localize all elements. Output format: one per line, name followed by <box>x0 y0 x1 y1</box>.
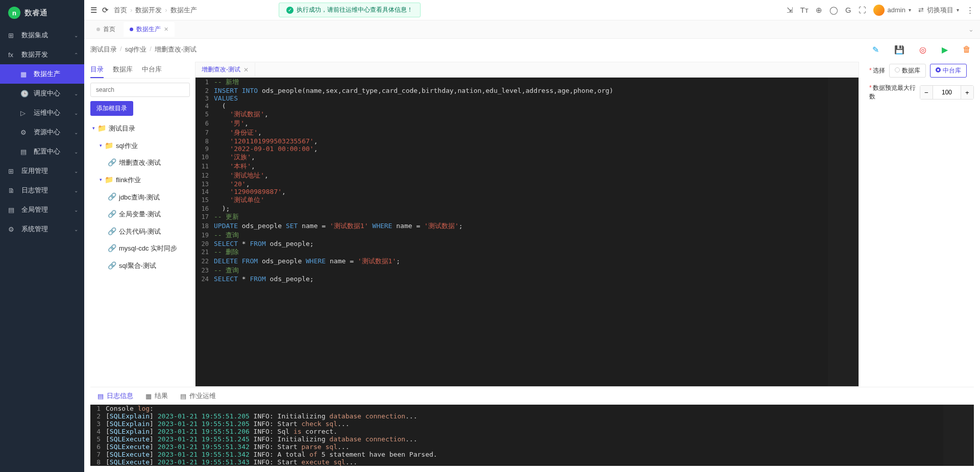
tree-folder[interactable]: ▾📁测试目录 <box>90 120 190 137</box>
project-switcher[interactable]: ⇄ 切换项目 ▾ <box>918 6 959 15</box>
save-icon[interactable]: 💾 <box>894 45 904 55</box>
page-tab-active[interactable]: 数据生产 ✕ <box>124 22 175 37</box>
sidebar-subitem[interactable]: ▷运维中心⌄ <box>0 103 84 122</box>
tree-file[interactable]: 🔗mysql-cdc 实时同步 <box>90 240 190 257</box>
search-input[interactable] <box>90 83 190 97</box>
radio-database[interactable]: 数据库 <box>889 64 926 78</box>
logo-icon: n <box>8 7 20 19</box>
radio-middle[interactable]: 中台库 <box>930 64 967 78</box>
sidebar-subitem[interactable]: 🕒调度中心⌄ <box>0 84 84 103</box>
code-line[interactable]: '测试数据', <box>214 110 859 119</box>
sidebar-item[interactable]: ⚙系统管理⌄ <box>0 219 84 239</box>
tree-folder[interactable]: ▾📁sql作业 <box>90 137 190 155</box>
code-line[interactable]: -- 更新 <box>214 212 859 221</box>
language-icon[interactable]: ⊕ <box>816 6 822 15</box>
format-icon[interactable]: ✎ <box>872 45 879 55</box>
app-name: 数睿通 <box>24 8 47 18</box>
code-line[interactable]: '男', <box>214 119 859 128</box>
code-line[interactable]: -- 查询 <box>214 231 859 240</box>
sidebar-item[interactable]: ▤全局管理⌄ <box>0 200 84 219</box>
sidebar-subitem[interactable]: ⚙资源中心⌄ <box>0 122 84 142</box>
bottom-tab-log[interactable]: ▤日志信息 <box>97 391 133 401</box>
code-line[interactable]: '测试单位' <box>214 195 859 205</box>
text-size-icon[interactable]: Tт <box>800 6 808 14</box>
code-line[interactable]: '2022-09-01 00:00:00', <box>214 145 859 153</box>
crumb[interactable]: 增删查改-测试 <box>155 45 197 54</box>
tree-file[interactable]: 🔗增删查改-测试 <box>90 154 190 171</box>
code-line[interactable]: UPDATE ods_people SET name = '测试数据1' WHE… <box>214 221 859 231</box>
bottom-tab-result[interactable]: ▦结果 <box>145 391 168 401</box>
sidebar-item[interactable]: 🗎日志管理⌄ <box>0 181 84 200</box>
crumb[interactable]: 数据生产 <box>170 6 197 15</box>
target-icon[interactable]: ◎ <box>919 45 926 55</box>
code-line[interactable]: '本科', <box>214 162 859 171</box>
console-minimap[interactable] <box>943 405 974 466</box>
file-tab[interactable]: 增删查改-测试 ✕ <box>195 63 255 77</box>
add-root-button[interactable]: 添加根目录 <box>90 101 133 116</box>
max-rows-stepper[interactable]: − + <box>920 85 974 100</box>
fullscreen-icon[interactable]: ⛶ <box>859 6 866 14</box>
crumb[interactable]: 数据开发 <box>135 6 162 15</box>
sidebar-item[interactable]: fx数据开发⌃ <box>0 45 84 64</box>
code-line[interactable]: '汉族', <box>214 153 859 162</box>
tree-label: sql作业 <box>116 138 138 154</box>
page-tab-home[interactable]: 首页 <box>90 22 121 37</box>
decrement-button[interactable]: − <box>920 86 933 99</box>
code-line[interactable]: DELETE FROM ods_people WHERE name = '测试数… <box>214 257 859 266</box>
code-line[interactable]: -- 查询 <box>214 266 859 275</box>
code-line[interactable]: VALUES <box>214 94 859 102</box>
code-line[interactable]: ( <box>214 102 859 110</box>
tree-folder[interactable]: ▾📁flink作业 <box>90 171 190 189</box>
delete-icon[interactable]: 🗑 <box>963 45 971 55</box>
tree-file[interactable]: 🔗全局变量-测试 <box>90 206 190 223</box>
crumb[interactable]: sql作业 <box>125 45 147 54</box>
crumb[interactable]: 首页 <box>114 6 127 15</box>
gitee-icon[interactable]: G <box>845 6 851 14</box>
tree-file[interactable]: 🔗sql聚合-测试 <box>90 257 190 275</box>
code-line[interactable]: '20', <box>214 180 859 188</box>
file-icon: 🔗 <box>108 188 116 206</box>
collapse-icon[interactable]: ☰ <box>90 6 97 15</box>
export-icon[interactable]: ⇲ <box>787 6 793 15</box>
line-number: 5 <box>195 110 214 119</box>
topbar: ☰ ⟳ 首页› 数据开发› 数据生产 ✓ 执行成功，请前往运维中心查看具体信息！… <box>84 0 980 20</box>
code-line[interactable]: -- 删除 <box>214 247 859 257</box>
tree-file[interactable]: 🔗jdbc查询-测试 <box>90 188 190 206</box>
increment-button[interactable]: + <box>961 86 973 99</box>
github-icon[interactable]: ◯ <box>829 6 838 15</box>
code-editor[interactable]: 1-- 新增2INSERT INTO ods_people(name,sex,c… <box>195 78 859 386</box>
code-line[interactable]: INSERT INTO ods_people(name,sex,card_typ… <box>214 87 859 94</box>
max-rows-input[interactable] <box>933 86 961 99</box>
crumb[interactable]: 测试目录 <box>90 45 117 54</box>
breadcrumb: 首页› 数据开发› 数据生产 <box>114 6 197 15</box>
sidebar-subitem[interactable]: ▤配置中心⌄ <box>0 142 84 161</box>
run-icon[interactable]: ▶ <box>942 45 948 55</box>
code-line[interactable]: -- 新增 <box>214 78 859 87</box>
bottom-tab-ops[interactable]: ▤作业运维 <box>180 391 216 401</box>
panel-tab-database[interactable]: 数据库 <box>113 62 133 78</box>
tree-file[interactable]: 🔗公共代码-测试 <box>90 223 190 240</box>
sidebar-subitem[interactable]: ▦数据生产 <box>0 64 84 84</box>
minimap[interactable] <box>828 78 859 386</box>
close-icon[interactable]: ✕ <box>164 26 168 33</box>
panel-tab-directory[interactable]: 目录 <box>90 62 104 78</box>
sidebar-item[interactable]: ⊞数据集成⌄ <box>0 26 84 45</box>
expand-tabs-icon[interactable]: ⌄ <box>968 26 974 33</box>
app-logo[interactable]: n 数睿通 <box>0 0 84 26</box>
sidebar-item[interactable]: ⊞应用管理⌄ <box>0 161 84 181</box>
user-menu[interactable]: admin ▾ <box>873 5 911 16</box>
panel-tab-middle[interactable]: 中台库 <box>142 62 162 78</box>
code-line[interactable]: '身份证', <box>214 128 859 137</box>
code-line[interactable]: SELECT * FROM ods_people; <box>214 275 859 283</box>
log-line: [SQLExecute] 2023-01-21 19:55:51.342 INF… <box>106 451 974 458</box>
code-line[interactable]: '测试地址', <box>214 171 859 180</box>
close-icon[interactable]: ✕ <box>243 66 249 73</box>
more-icon[interactable]: ⋮ <box>966 6 974 15</box>
code-line[interactable]: SELECT * FROM ods_people; <box>214 240 859 247</box>
refresh-icon[interactable]: ⟳ <box>102 6 109 15</box>
code-line[interactable]: '1201101999503235567', <box>214 137 859 145</box>
code-line[interactable]: '12900989887', <box>214 188 859 195</box>
console[interactable]: 1Console log:2[SQLExplain] 2023-01-21 19… <box>90 405 974 466</box>
switch-label: 切换项目 <box>927 6 953 15</box>
code-line[interactable]: ); <box>214 205 859 212</box>
